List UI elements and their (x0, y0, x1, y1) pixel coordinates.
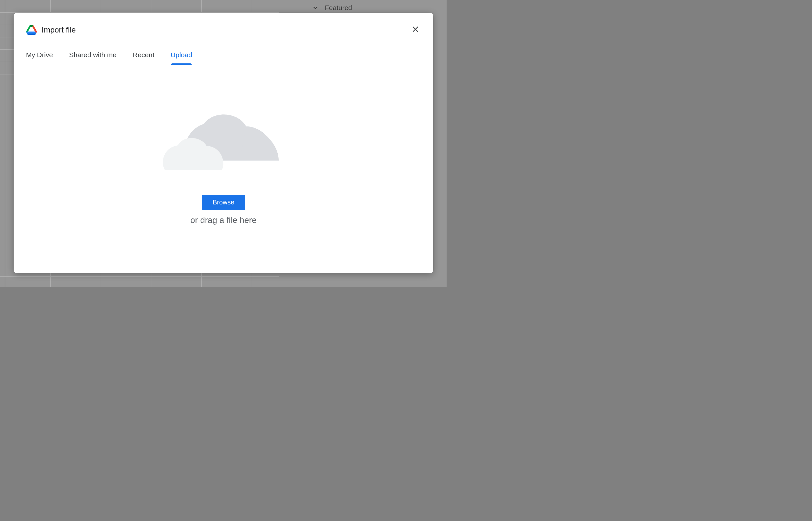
tab-my-drive[interactable]: My Drive (26, 51, 53, 65)
cloud-upload-illustration-icon (159, 100, 288, 175)
close-button[interactable] (410, 24, 421, 36)
tab-shared-with-me[interactable]: Shared with me (69, 51, 117, 65)
close-icon (411, 25, 420, 33)
modal-title: Import file (42, 25, 410, 35)
browse-button[interactable]: Browse (202, 195, 245, 210)
import-file-modal: Import file My Drive Shared with me Rece… (14, 13, 433, 273)
tabs-bar: My Drive Shared with me Recent Upload (14, 51, 433, 65)
chevron-down-icon (312, 4, 319, 12)
tab-upload[interactable]: Upload (170, 51, 192, 65)
drag-hint-text: or drag a file here (190, 215, 257, 225)
tab-recent[interactable]: Recent (133, 51, 154, 65)
featured-label: Featured (325, 4, 352, 12)
google-drive-logo-icon (26, 25, 37, 35)
modal-header: Import file (14, 13, 433, 39)
upload-dropzone[interactable]: Browse or drag a file here (14, 65, 433, 273)
sidebar-featured-item: Featured (312, 4, 352, 12)
